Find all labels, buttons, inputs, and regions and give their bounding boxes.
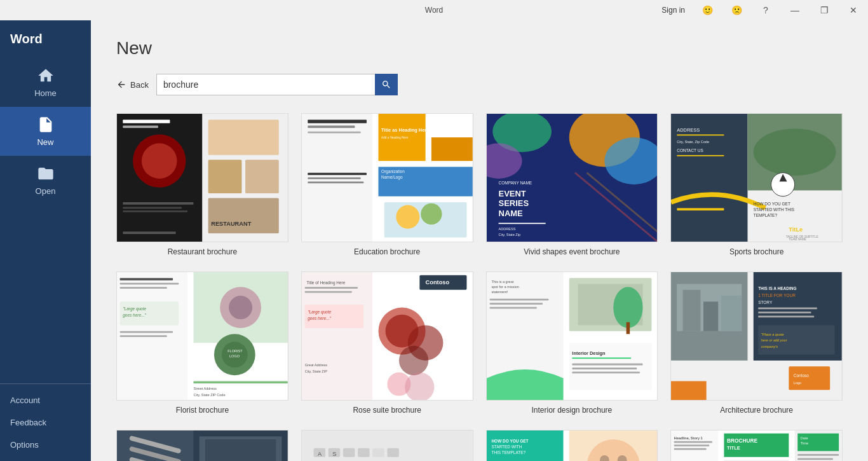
svg-text:RESTAURANT: RESTAURANT (211, 221, 251, 227)
svg-rect-10 (208, 120, 279, 155)
template-thumb-keyboard: A S Z COMPANY NAME BROCHURE (301, 430, 473, 461)
svg-text:TEMPLATE?: TEMPLATE? (754, 213, 778, 217)
svg-text:Street Address: Street Address (193, 387, 217, 390)
sidebar-item-open[interactable]: Open (0, 156, 91, 205)
template-thumb-interior-design: This is a great spot for a mission state… (486, 272, 658, 401)
svg-text:Interior Design: Interior Design (572, 350, 606, 356)
search-input[interactable] (156, 74, 398, 95)
svg-rect-138 (758, 312, 811, 313)
svg-rect-12 (245, 160, 279, 193)
template-label-rose-suite: Rose suite brochure (353, 406, 421, 415)
svg-point-24 (396, 205, 419, 229)
svg-text:This is a great: This is a great (491, 280, 513, 284)
template-item-newsletter[interactable]: Headline, Story 1 Headline, Story 2 BROC… (670, 430, 843, 461)
svg-text:HOW DO YOU GET: HOW DO YOU GET (754, 202, 790, 206)
svg-text:Headline, Story 1: Headline, Story 1 (674, 436, 703, 440)
svg-rect-119 (572, 364, 642, 366)
svg-text:goes here...": goes here..." (123, 313, 146, 318)
search-input-wrapper (156, 74, 398, 95)
svg-text:FLORIST: FLORIST (227, 349, 243, 353)
template-thumb-baby: HOW DO YOU GET STARTED WITH THIS TEMPLAT… (486, 430, 658, 461)
back-arrow-icon (116, 79, 126, 90)
template-item-florist[interactable]: "Large quote goes here..." FLORIST (116, 272, 288, 415)
svg-text:LOGO: LOGO (229, 354, 240, 358)
svg-rect-163 (343, 448, 355, 457)
home-icon (37, 67, 55, 85)
svg-rect-4 (123, 120, 170, 123)
svg-rect-115 (626, 322, 630, 334)
minimize-button[interactable]: — (780, 0, 810, 20)
sidebar-item-feedback[interactable]: Feedback (0, 411, 91, 434)
template-item-rose-suite[interactable]: Title of Heading Here "Large quote goes … (301, 272, 473, 415)
svg-text:STORY: STORY (758, 300, 773, 305)
main-scroll-area[interactable]: New Back (91, 20, 868, 461)
sidebar-item-options[interactable]: Options (0, 434, 91, 456)
svg-text:Name/Logo: Name/Logo (381, 175, 403, 180)
maximize-button[interactable]: ❐ (810, 0, 839, 20)
svg-rect-130 (789, 366, 831, 390)
template-item-restaurant[interactable]: RESTAURANT Restaurant brochure (116, 113, 288, 256)
template-item-education[interactable]: Title as Heading Here Add a Heading Here… (301, 113, 473, 256)
smiley-icon[interactable]: 🙂 (693, 0, 722, 20)
svg-text:Title as Heading Here: Title as Heading Here (381, 127, 429, 133)
sidebar-item-account[interactable]: Account (0, 389, 91, 411)
template-item-sports[interactable]: HOW DO YOU GET STARTED WITH THIS TEMPLAT… (670, 113, 843, 256)
template-item-vivid-shapes[interactable]: COMPANY NAME EVENT SERIES NAME ADDRESS C… (486, 113, 658, 256)
svg-text:ADDRESS: ADDRESS (498, 227, 515, 231)
template-label-restaurant: Restaurant brochure (168, 247, 237, 256)
svg-rect-69 (120, 287, 167, 289)
back-button[interactable]: Back (116, 79, 149, 90)
svg-text:"Large quote: "Large quote (308, 310, 331, 315)
svg-text:BROCHURE: BROCHURE (727, 437, 758, 444)
svg-text:"Place a quote: "Place a quote (761, 333, 784, 336)
svg-rect-164 (358, 448, 370, 457)
template-label-interior-design: Interior design brochure (532, 406, 613, 415)
svg-text:"Large quote: "Large quote (123, 306, 146, 312)
template-item-baby[interactable]: HOW DO YOU GET STARTED WITH THIS TEMPLAT… (486, 430, 658, 461)
sidebar-item-home[interactable]: Home (0, 58, 91, 107)
svg-point-114 (613, 287, 642, 328)
template-item-architecture[interactable]: Contoso Logo THIS IS A HEADING 1 TITLE F… (670, 272, 843, 415)
frown-icon[interactable]: 🙁 (722, 0, 751, 20)
template-item-tools[interactable]: ABOUT US CONTACT US COMPANY NAME Brochur… (116, 430, 288, 461)
template-thumb-rose-suite: Title of Heading Here "Large quote goes … (301, 272, 473, 401)
svg-text:CONTACT US: CONTACT US (677, 148, 704, 153)
svg-text:Date: Date (801, 436, 808, 440)
svg-rect-6 (123, 202, 193, 205)
svg-text:NAME: NAME (498, 209, 523, 218)
svg-rect-67 (120, 278, 173, 280)
template-thumb-education: Title as Heading Here Add a Heading Here… (301, 113, 473, 242)
svg-rect-19 (308, 132, 360, 134)
svg-rect-7 (123, 207, 182, 209)
template-grid: RESTAURANT Restaurant brochure (116, 113, 843, 461)
titlebar: Word Sign in 🙂 🙁 ? — ❐ ✕ (0, 0, 868, 20)
svg-rect-74 (120, 335, 167, 337)
svg-rect-199 (674, 441, 712, 443)
svg-rect-121 (572, 372, 640, 374)
svg-rect-9 (123, 231, 175, 234)
svg-rect-109 (489, 299, 548, 301)
close-button[interactable]: ✕ (839, 0, 868, 20)
sign-in-button[interactable]: Sign in (654, 6, 693, 15)
svg-rect-28 (308, 182, 363, 184)
svg-text:City, State ZIP Code: City, State ZIP Code (193, 393, 225, 397)
search-button[interactable] (375, 74, 398, 95)
svg-rect-42 (498, 223, 545, 224)
template-item-interior-design[interactable]: This is a great spot for a mission state… (486, 272, 658, 415)
svg-rect-215 (797, 458, 833, 460)
svg-text:goes here...": goes here..." (308, 316, 331, 321)
template-item-keyboard[interactable]: A S Z COMPANY NAME BROCHURE Busine (301, 430, 473, 461)
svg-text:TITLE: TITLE (727, 445, 740, 451)
svg-text:Contoso: Contoso (794, 373, 809, 378)
svg-text:TitLe: TitLe (789, 226, 803, 233)
svg-rect-127 (721, 296, 742, 331)
svg-point-3 (142, 143, 177, 179)
svg-rect-60 (677, 155, 724, 156)
template-thumb-restaurant: RESTAURANT (116, 113, 288, 242)
template-thumb-sports: HOW DO YOU GET STARTED WITH THIS TEMPLAT… (670, 113, 843, 242)
svg-text:Title of Heading Here: Title of Heading Here (306, 280, 345, 286)
help-icon[interactable]: ? (751, 0, 780, 20)
svg-point-25 (421, 203, 442, 224)
sidebar-item-new[interactable]: New (0, 107, 91, 156)
svg-rect-18 (308, 126, 355, 128)
